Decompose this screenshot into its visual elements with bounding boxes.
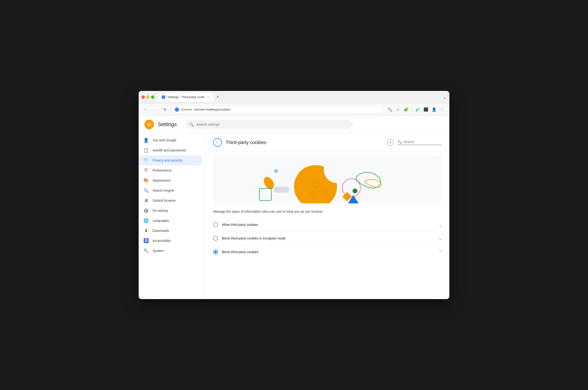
back-button[interactable]: ← bbox=[142, 106, 149, 113]
description-text: Manage the types of information sites ca… bbox=[205, 207, 449, 218]
settings-title: Settings bbox=[158, 121, 177, 128]
radio-button-block-incognito[interactable] bbox=[213, 236, 218, 241]
sidebar-item-default-browser[interactable]: 🖥Default browser bbox=[139, 195, 202, 205]
sidebar-item-you-and-google[interactable]: 👤You and Google bbox=[139, 135, 202, 145]
sidebar-item-label-autofill: Autofill and passwords bbox=[153, 148, 186, 152]
sidebar-item-label-system: System bbox=[153, 249, 164, 253]
chevron-icon-block[interactable]: ⌃ bbox=[439, 250, 442, 254]
close-window-button[interactable] bbox=[142, 96, 145, 99]
sidebar-item-search-engine[interactable]: 🔍Search engine bbox=[139, 186, 202, 195]
address-bar: ← → ↻ Chrome chrome://settings/cookies 🔍… bbox=[139, 103, 449, 116]
sidebar-item-label-downloads: Downloads bbox=[153, 229, 169, 233]
url-bar[interactable]: Chrome chrome://settings/cookies bbox=[171, 105, 384, 114]
sidebar-item-label-you-and-google: You and Google bbox=[153, 138, 176, 142]
svg-point-5 bbox=[324, 157, 350, 183]
sidebar-item-label-privacy: Privacy and security bbox=[153, 158, 182, 162]
sidebar-item-label-on-startup: On startup bbox=[153, 209, 168, 212]
split-view-icon[interactable]: ⬛ bbox=[423, 106, 429, 113]
svg-point-1 bbox=[274, 169, 278, 173]
radio-label-allow: Allow third-party cookies bbox=[222, 223, 435, 227]
sidebar-item-privacy[interactable]: 🛡Privacy and security bbox=[139, 155, 202, 165]
title-bar: Settings - Third-party cooki × + ⌄ bbox=[139, 91, 449, 103]
sidebar-item-performance[interactable]: ⏱Performance bbox=[139, 165, 202, 175]
url-icon-label: Chrome bbox=[181, 108, 192, 111]
svg-rect-4 bbox=[274, 187, 289, 193]
tab-close-button[interactable]: × bbox=[206, 95, 210, 99]
svg-point-10 bbox=[353, 189, 357, 193]
page-search-input[interactable] bbox=[403, 140, 442, 144]
sidebar-item-label-appearance: Appearance bbox=[153, 179, 171, 182]
extension-icon[interactable]: 🧩 bbox=[403, 106, 409, 113]
sidebar-item-appearance[interactable]: 🎨Appearance bbox=[139, 175, 202, 186]
sidebar-item-downloads[interactable]: ⬇Downloads bbox=[139, 226, 202, 236]
radio-label-block: Block third-party cookies bbox=[222, 250, 435, 254]
svg-rect-3 bbox=[259, 189, 271, 200]
back-page-button[interactable]: ← bbox=[213, 138, 222, 147]
accessibility-icon: ♿ bbox=[143, 238, 149, 243]
forward-button[interactable]: → bbox=[152, 106, 159, 113]
cookie-illustration bbox=[213, 155, 442, 203]
radio-label-block-incognito: Block third-party cookies in Incognito m… bbox=[222, 236, 435, 240]
sidebar-item-autofill[interactable]: 📋Autofill and passwords bbox=[139, 145, 202, 155]
chevron-icon-allow[interactable]: ⌄ bbox=[439, 223, 442, 227]
radio-option-block-incognito[interactable]: Block third-party cookies in Incognito m… bbox=[213, 231, 442, 245]
tab-title: Settings - Third-party cooki bbox=[167, 95, 204, 99]
radio-option-allow[interactable]: Allow third-party cookies⌄ bbox=[213, 218, 442, 231]
profile-icon[interactable]: 👤 bbox=[431, 106, 437, 113]
sidebar: 👤You and Google📋Autofill and passwords🛡P… bbox=[139, 133, 205, 299]
back-arrow-icon: ← bbox=[216, 140, 219, 145]
radio-option-block[interactable]: Block third-party cookies⌃ bbox=[213, 245, 442, 259]
sidebar-item-languages[interactable]: 🌐Languages bbox=[139, 216, 202, 226]
toolbar-icons: 🔍 ☆ 🧩 🧪 ⬛ 👤 ⋮ bbox=[387, 106, 446, 113]
appearance-icon: 🎨 bbox=[143, 178, 149, 183]
lab-icon[interactable]: 🧪 bbox=[414, 106, 421, 113]
on-startup-icon: ⏻ bbox=[143, 208, 149, 213]
sidebar-item-on-startup[interactable]: ⏻On startup bbox=[139, 205, 202, 216]
page-header: ← Third-party cookies ? 🔍 bbox=[205, 133, 449, 152]
url-address: chrome://settings/cookies bbox=[194, 108, 230, 111]
downloads-icon: ⬇ bbox=[143, 228, 149, 233]
sidebar-item-system[interactable]: 🔧System bbox=[139, 246, 202, 256]
chevron-icon-block-incognito[interactable]: ⌄ bbox=[439, 236, 442, 241]
new-tab-button[interactable]: + bbox=[214, 94, 221, 100]
settings-search-input[interactable] bbox=[196, 123, 349, 126]
you-and-google-icon: 👤 bbox=[143, 138, 149, 143]
performance-icon: ⏱ bbox=[143, 168, 149, 173]
active-tab[interactable]: Settings - Third-party cooki × bbox=[158, 93, 213, 101]
browser-window: Settings - Third-party cooki × + ⌄ ← → ↻… bbox=[139, 91, 449, 299]
search-engine-icon: 🔍 bbox=[143, 188, 149, 193]
help-icon[interactable]: ? bbox=[387, 139, 394, 146]
page-search-bar[interactable]: 🔍 bbox=[397, 140, 442, 145]
sidebar-item-accessibility[interactable]: ♿Accessibility bbox=[139, 236, 202, 246]
minimize-window-button[interactable] bbox=[146, 96, 150, 99]
zoom-icon[interactable]: 🔍 bbox=[387, 106, 393, 113]
radio-options: Allow third-party cookies⌄Block third-pa… bbox=[205, 218, 449, 259]
system-icon: 🔧 bbox=[143, 248, 149, 253]
traffic-lights bbox=[142, 96, 155, 99]
tab-favicon bbox=[161, 95, 165, 99]
default-browser-icon: 🖥 bbox=[143, 198, 149, 203]
toolbar-divider bbox=[412, 107, 412, 112]
sidebar-item-label-accessibility: Accessibility bbox=[153, 239, 171, 243]
page-title: Third-party cookies bbox=[226, 140, 383, 145]
svg-point-0 bbox=[149, 124, 150, 125]
window-dropdown-button[interactable]: ⌄ bbox=[443, 95, 446, 100]
settings-search-bar[interactable]: 🔍 bbox=[186, 120, 353, 129]
privacy-icon: 🛡 bbox=[143, 158, 149, 163]
radio-button-block[interactable] bbox=[213, 249, 218, 254]
settings-logo bbox=[144, 120, 154, 129]
refresh-button[interactable]: ↻ bbox=[161, 106, 168, 113]
autofill-icon: 📋 bbox=[143, 148, 149, 153]
bookmark-icon[interactable]: ☆ bbox=[395, 106, 401, 113]
settings-header: Settings 🔍 bbox=[139, 116, 449, 133]
radio-button-allow[interactable] bbox=[213, 222, 218, 227]
sidebar-item-label-default-browser: Default browser bbox=[153, 198, 176, 202]
maximize-window-button[interactable] bbox=[151, 96, 155, 99]
main-content: 👤You and Google📋Autofill and passwords🛡P… bbox=[139, 133, 449, 299]
sidebar-item-label-performance: Performance bbox=[153, 168, 172, 172]
search-icon: 🔍 bbox=[189, 122, 194, 127]
languages-icon: 🌐 bbox=[143, 218, 149, 223]
page-search-icon: 🔍 bbox=[397, 140, 401, 144]
menu-icon[interactable]: ⋮ bbox=[439, 106, 446, 113]
chrome-icon bbox=[175, 107, 179, 112]
